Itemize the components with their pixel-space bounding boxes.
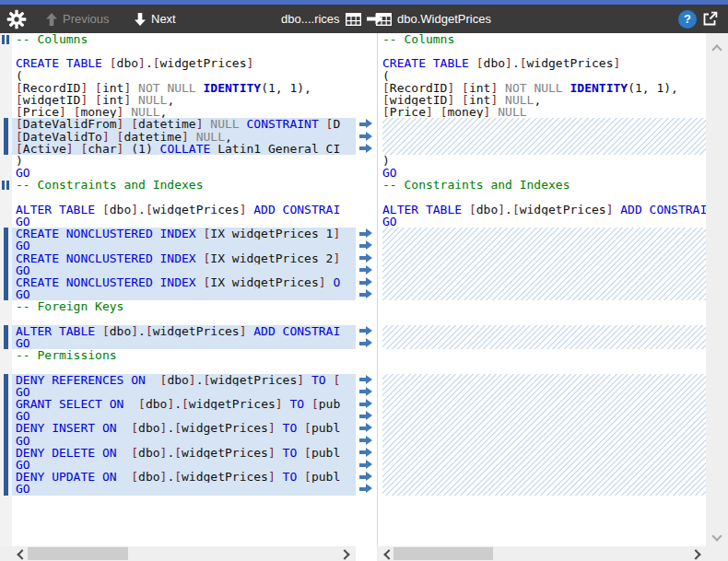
copy-change-arrow[interactable] <box>359 119 373 129</box>
copy-change-arrow[interactable] <box>359 436 373 446</box>
right-code-line: ( <box>378 70 706 82</box>
previous-label: Previous <box>63 12 110 26</box>
scrollbar-thumb[interactable] <box>393 547 493 560</box>
open-external-button[interactable] <box>701 5 719 33</box>
export-icon <box>701 10 719 28</box>
merge-arrow-gutter <box>356 33 377 546</box>
right-code-line: -- Constraints and Indexes <box>378 179 706 191</box>
help-button[interactable]: ? <box>678 5 697 33</box>
scrollbar-corner <box>706 546 728 561</box>
scroll-left-arrow[interactable] <box>17 549 27 559</box>
scrollbar-thumb[interactable] <box>28 547 128 560</box>
scroll-right-arrow[interactable] <box>690 549 700 559</box>
help-glyph: ? <box>684 12 691 26</box>
arrow-down-icon <box>135 13 146 26</box>
target-object: dbo.WidgetPrices <box>376 5 491 33</box>
target-object-label: dbo.WidgetPrices <box>397 12 491 26</box>
copy-change-arrow[interactable] <box>359 132 373 142</box>
left-code-line: GO <box>12 435 356 447</box>
vertical-scrollbar[interactable] <box>706 33 728 546</box>
right-horizontal-scrollbar[interactable] <box>377 546 706 561</box>
left-code-line: DENY UPDATE ON [dbo].[widgetPrices] TO [… <box>12 471 356 483</box>
left-code-line: GO <box>12 483 356 495</box>
left-code-line: DENY REFERENCES ON [dbo].[widgetPrices] … <box>12 374 356 386</box>
left-code-line: DENY INSERT ON [dbo].[widgetPrices] TO [… <box>12 422 356 434</box>
copy-change-arrow[interactable] <box>359 144 373 154</box>
copy-change-arrow[interactable] <box>359 399 373 409</box>
table-icon <box>346 13 361 26</box>
change-block-marker <box>4 118 8 155</box>
left-code-line: -- Constraints and Indexes <box>12 179 356 191</box>
copy-change-arrow[interactable] <box>359 240 373 251</box>
left-code-line: [Active] [char] (1) COLLATE Latin1_Gener… <box>12 143 356 155</box>
missing-lines-hatch <box>382 374 706 496</box>
copy-change-arrow[interactable] <box>359 387 373 397</box>
diff-toolbar: Previous Next dbo....rices <box>0 5 728 33</box>
left-code-line: [DateValidFrom] [datetime] NULL CONSTRAI… <box>12 118 356 130</box>
copy-change-arrow[interactable] <box>359 265 373 275</box>
copy-change-arrow[interactable] <box>359 460 373 470</box>
left-horizontal-scrollbar[interactable] <box>0 546 356 561</box>
left-code-line: ALTER TABLE [dbo].[widgetPrices] ADD CON… <box>12 325 356 337</box>
left-code-line: [widgetID] [int] NULL, <box>12 94 356 106</box>
left-code-line: GO <box>12 216 356 228</box>
left-code-line: GO <box>12 337 356 349</box>
copy-change-arrow[interactable] <box>359 289 373 299</box>
copy-change-arrow[interactable] <box>359 411 373 421</box>
left-script-pane[interactable]: -- ColumnsCREATE TABLE [dbo].[widgetPric… <box>12 33 356 546</box>
copy-change-arrow[interactable] <box>359 253 373 263</box>
left-code-line: GO <box>12 386 356 398</box>
left-code-line: GO <box>12 288 356 300</box>
missing-lines-hatch <box>382 118 706 155</box>
copy-change-arrow[interactable] <box>359 448 373 458</box>
left-code-line: GO <box>12 264 356 276</box>
copy-change-arrow[interactable] <box>359 423 373 433</box>
copy-change-arrow[interactable] <box>359 484 373 494</box>
copy-change-arrow[interactable] <box>359 228 373 239</box>
scroll-left-arrow[interactable] <box>383 549 393 559</box>
left-code-line: GO <box>12 240 356 251</box>
next-label: Next <box>151 12 176 26</box>
scroll-up-arrow[interactable] <box>711 44 722 54</box>
right-code-line: GO <box>378 216 706 228</box>
left-code-line: GO <box>12 459 356 471</box>
left-code-line: GO <box>12 410 356 422</box>
copy-change-arrow[interactable] <box>359 472 373 482</box>
gear-icon <box>6 9 27 29</box>
section-marker <box>2 35 10 44</box>
missing-lines-hatch <box>382 228 706 300</box>
copy-change-arrow[interactable] <box>359 277 373 287</box>
previous-difference-button[interactable]: Previous <box>46 5 110 33</box>
help-icon: ? <box>678 10 697 29</box>
right-code-line: CREATE TABLE [dbo].[widgetPrices] <box>378 57 706 69</box>
scroll-right-arrow[interactable] <box>339 549 349 559</box>
change-block-marker <box>4 325 8 349</box>
change-block-marker <box>4 374 8 496</box>
arrow-up-icon <box>46 13 57 26</box>
left-code-line: CREATE NONCLUSTERED INDEX [IX_widgetPric… <box>12 228 356 240</box>
left-change-gutter <box>0 33 12 546</box>
left-code-line: [RecordID] [int] NOT NULL IDENTITY(1, 1)… <box>12 82 356 94</box>
diff-view: -- ColumnsCREATE TABLE [dbo].[widgetPric… <box>0 33 728 546</box>
left-code-line: [Price] [money] NULL, <box>12 106 356 118</box>
left-code-line: -- Columns <box>12 33 356 45</box>
left-code-line: GO <box>12 167 356 179</box>
left-code-line: GRANT SELECT ON [dbo].[widgetPrices] TO … <box>12 398 356 410</box>
change-block-marker <box>4 228 8 300</box>
left-code-line: ALTER TABLE [dbo].[widgetPrices] ADD CON… <box>12 204 356 216</box>
left-code-line: -- Permissions <box>12 349 356 361</box>
scroll-down-arrow[interactable] <box>711 531 722 541</box>
left-code-line: ( <box>12 70 356 82</box>
copy-change-arrow[interactable] <box>359 338 373 348</box>
source-object: dbo....rices <box>281 5 382 33</box>
left-code-line: [DateValidTo] [datetime] NULL, <box>12 131 356 143</box>
left-code-line: CREATE NONCLUSTERED INDEX [IX_widgetPric… <box>12 276 356 288</box>
copy-change-arrow[interactable] <box>359 375 373 385</box>
next-difference-button[interactable]: Next <box>135 5 176 33</box>
right-script-pane[interactable]: -- ColumnsCREATE TABLE [dbo].[widgetPric… <box>378 33 706 546</box>
copy-change-arrow[interactable] <box>359 326 373 336</box>
settings-button[interactable] <box>6 5 27 33</box>
right-code-line: -- Columns <box>378 33 706 45</box>
source-object-label: dbo....rices <box>281 12 340 26</box>
right-code-line: [Price] [money] NULL <box>378 106 706 118</box>
